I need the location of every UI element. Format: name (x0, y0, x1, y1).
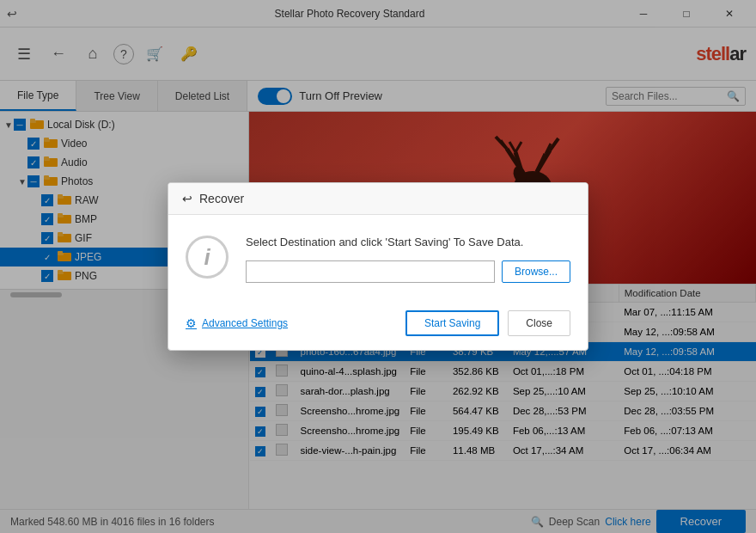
modal-footer: ⚙ Advanced Settings Start Saving Close (168, 300, 588, 350)
modal-input-row: Browse... (246, 260, 570, 283)
modal-title: Recover (199, 192, 244, 205)
browse-button[interactable]: Browse... (502, 260, 570, 283)
modal-content: Select Destination and click 'Start Savi… (246, 236, 570, 283)
modal-message: Select Destination and click 'Start Savi… (246, 236, 570, 248)
info-icon: i (186, 236, 229, 279)
destination-input[interactable] (246, 260, 495, 283)
modal-back-icon: ↩ (182, 192, 192, 205)
modal-body: i Select Destination and click 'Start Sa… (168, 215, 588, 300)
start-saving-button[interactable]: Start Saving (405, 310, 499, 336)
gear-icon: ⚙ (186, 316, 197, 330)
advanced-settings-link[interactable]: ⚙ Advanced Settings (186, 316, 288, 330)
modal-title-bar: ↩ Recover (168, 183, 588, 215)
modal-close-button[interactable]: Close (508, 310, 570, 336)
recover-modal: ↩ Recover i Select Destination and click… (168, 182, 588, 351)
modal-buttons: Start Saving Close (405, 310, 570, 336)
modal-overlay[interactable]: ↩ Recover i Select Destination and click… (0, 0, 756, 533)
